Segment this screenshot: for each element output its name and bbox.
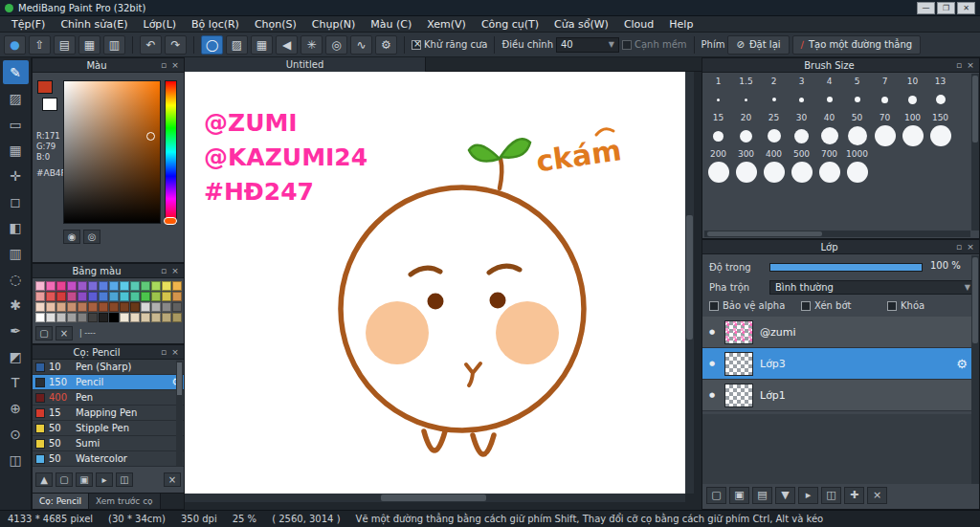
minimize-button[interactable]: — <box>917 2 935 14</box>
menu-item-10[interactable]: Cloud <box>616 17 661 32</box>
hatch-snap-icon[interactable]: ▨ <box>226 35 248 55</box>
palette-toggle-icon[interactable]: ▦ <box>78 35 100 55</box>
brush-size-option[interactable] <box>788 86 815 113</box>
canvas-horizontal-scrollbar[interactable] <box>185 494 685 502</box>
menu-item-4[interactable]: Chọn(S) <box>247 17 304 32</box>
brush-size-option[interactable] <box>843 86 871 113</box>
palette-swatch[interactable] <box>99 302 108 312</box>
palette-swatch[interactable] <box>141 281 150 291</box>
brush-size-option[interactable] <box>926 86 954 113</box>
palette-swatch[interactable] <box>120 313 129 322</box>
float-panel-icon[interactable]: ▫ <box>158 265 169 277</box>
menu-item-5[interactable]: Chụp(N) <box>304 17 363 32</box>
curve-snap-icon[interactable]: ∿ <box>350 35 372 55</box>
close-button[interactable]: ✕ <box>957 2 975 14</box>
layer-vertical-scrollbar[interactable] <box>971 255 979 484</box>
palette-swatch[interactable] <box>67 292 77 301</box>
palette-swatch[interactable] <box>130 292 140 301</box>
rect-select-tool[interactable]: ◻ <box>3 189 29 213</box>
brush-list-item[interactable]: 50Watercolor <box>33 451 184 467</box>
palette-swatch[interactable] <box>78 302 87 312</box>
palette-swatch[interactable] <box>109 313 119 322</box>
menu-item-1[interactable]: Chỉnh sửa(E) <box>53 17 135 32</box>
upload-icon[interactable]: ⇧ <box>29 35 51 55</box>
brush-size-option[interactable] <box>704 159 732 186</box>
palette-swatch[interactable] <box>151 313 161 322</box>
palette-swatch[interactable] <box>78 281 87 291</box>
new-folder-icon[interactable]: ▸ <box>798 487 818 504</box>
palette-swatch[interactable] <box>162 292 171 301</box>
color-sliders-icon[interactable]: ◎ <box>83 230 100 244</box>
opacity-slider[interactable] <box>769 263 923 272</box>
brush-size-option[interactable] <box>704 86 732 113</box>
palette-swatch[interactable] <box>120 302 129 312</box>
scrollbar-thumb[interactable] <box>686 215 693 340</box>
fill-tool[interactable]: ◧ <box>3 215 29 239</box>
pen-tool[interactable]: ✎ <box>3 60 29 84</box>
palette-swatch[interactable] <box>172 292 182 301</box>
close-panel-icon[interactable]: × <box>169 265 181 277</box>
palette-swatch[interactable] <box>120 281 129 291</box>
brush-size-option[interactable] <box>760 159 788 186</box>
palette-swatch[interactable] <box>67 302 77 312</box>
transfer-icon[interactable]: ▼ <box>775 487 795 504</box>
hand-tool[interactable]: ⊙ <box>3 422 29 446</box>
palette-swatch[interactable] <box>99 292 108 301</box>
menu-item-2[interactable]: Lớp(L) <box>136 17 185 32</box>
float-panel-icon[interactable]: ▫ <box>158 59 169 72</box>
brush-size-option[interactable] <box>760 86 788 113</box>
palette-swatch[interactable] <box>67 313 77 322</box>
foreground-color-swatch[interactable] <box>37 80 53 94</box>
layer-settings-icon[interactable]: ⚙ <box>956 357 968 371</box>
brush-size-option[interactable] <box>843 122 871 149</box>
merge-down-icon[interactable]: ▤ <box>752 487 772 504</box>
edit-brush-icon[interactable]: ▣ <box>76 472 93 487</box>
delete-brush-icon[interactable]: × <box>164 472 181 487</box>
palette-swatch[interactable] <box>130 302 140 312</box>
lasso-select-tool[interactable]: ◌ <box>3 267 29 291</box>
color-wheel-icon[interactable]: ◉ <box>63 230 80 244</box>
grid-snap-icon[interactable]: ▦ <box>251 35 273 55</box>
protect-alpha-check[interactable]: Bảo vệ alpha <box>709 300 785 311</box>
palette-swatch[interactable] <box>172 302 182 312</box>
menu-item-8[interactable]: Công cụ(T) <box>474 17 546 32</box>
brush-size-option[interactable] <box>732 86 760 113</box>
scrollbar-thumb[interactable] <box>972 76 978 143</box>
duplicate-brush-icon[interactable]: ◫ <box>116 472 133 487</box>
adjust-input[interactable]: 40 ▼ <box>556 37 619 53</box>
palette-swatch[interactable] <box>151 281 161 291</box>
lock-check[interactable]: Khóa <box>887 300 924 311</box>
brush-list-item[interactable]: 50Stipple Pen <box>33 421 184 436</box>
palette-swatch[interactable] <box>109 302 119 312</box>
palette-swatch[interactable] <box>35 292 45 301</box>
canvas[interactable]: @ZUMI @KAZUMI24 #HĐ247 ckám <box>185 72 685 494</box>
brush-list-item[interactable]: 400Pen <box>33 390 184 406</box>
gradient-tool[interactable]: ▥ <box>3 241 29 265</box>
brush-list-item[interactable]: 150Pencil⚙ <box>33 375 184 390</box>
palette-swatch[interactable] <box>120 292 129 301</box>
palette-swatch[interactable] <box>99 313 108 322</box>
float-panel-icon[interactable]: ▫ <box>953 241 965 253</box>
scrollbar-thumb[interactable] <box>707 231 822 236</box>
hue-slider[interactable] <box>165 80 177 224</box>
scrollbar-thumb[interactable] <box>177 362 182 395</box>
layer-row[interactable]: ●Lớp3⚙ <box>702 348 971 380</box>
float-panel-icon[interactable]: ▫ <box>158 346 169 359</box>
round-brush-icon[interactable]: ◯ <box>201 35 223 55</box>
scrollbar-thumb[interactable] <box>381 494 486 501</box>
palette-swatch[interactable] <box>88 292 98 301</box>
new-layer-icon[interactable]: ▢ <box>706 487 726 504</box>
brush-size-option[interactable] <box>871 122 899 149</box>
brush-size-option[interactable] <box>926 122 954 149</box>
palette-swatch[interactable] <box>35 281 45 291</box>
palette-swatch[interactable] <box>172 313 182 322</box>
add-swatch-icon[interactable]: ▢ <box>35 326 53 340</box>
straight-line-button[interactable]: ∕ Tạo một đường thẳng <box>792 35 922 55</box>
select-eraser-tool[interactable]: ◩ <box>3 344 29 368</box>
eraser-tool[interactable]: ▨ <box>3 86 29 110</box>
brush-size-option[interactable] <box>815 159 843 186</box>
palette-swatch[interactable] <box>130 313 140 322</box>
palette-swatch[interactable] <box>88 302 98 312</box>
palette-swatch[interactable] <box>46 302 56 312</box>
color-picker-marker[interactable] <box>146 132 155 141</box>
